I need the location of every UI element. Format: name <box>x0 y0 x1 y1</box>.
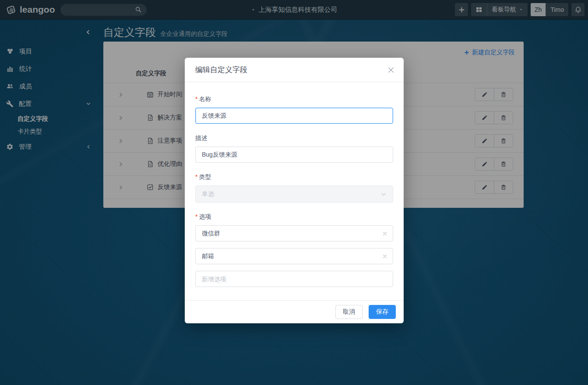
app-root: leangoo 上海享知信息科技有限公司 <box>0 0 588 385</box>
chevron-down-icon <box>380 191 387 197</box>
description-field-group: 描述 <box>195 134 393 163</box>
save-button[interactable]: 保存 <box>369 305 396 319</box>
remove-option-icon[interactable] <box>382 253 388 259</box>
type-field-group: 类型 单选 <box>195 173 393 203</box>
name-label: 名称 <box>195 95 393 103</box>
option-row <box>195 271 393 287</box>
name-field-group: 名称 <box>195 95 393 124</box>
option-input[interactable] <box>195 225 393 242</box>
remove-option-icon[interactable] <box>382 231 388 237</box>
close-icon[interactable] <box>387 66 395 74</box>
modal-body: 名称 描述 类型 单选 选项 <box>185 82 404 300</box>
cancel-button[interactable]: 取消 <box>335 305 363 319</box>
modal-header: 编辑自定义字段 <box>185 58 404 82</box>
edit-custom-field-modal: 编辑自定义字段 名称 描述 类型 单选 <box>185 58 404 323</box>
option-row <box>195 248 393 264</box>
option-row <box>195 225 393 242</box>
new-option-input[interactable] <box>195 271 393 287</box>
type-select-value: 单选 <box>202 190 214 198</box>
description-label: 描述 <box>195 134 393 142</box>
description-input[interactable] <box>195 147 393 163</box>
modal-title: 编辑自定义字段 <box>195 65 247 75</box>
modal-footer: 取消 保存 <box>185 300 404 323</box>
options-field-group: 选项 <box>195 213 393 287</box>
type-label: 类型 <box>195 173 393 181</box>
name-input[interactable] <box>195 108 393 124</box>
type-select: 单选 <box>195 186 393 203</box>
options-label: 选项 <box>195 213 393 221</box>
option-input[interactable] <box>195 248 393 264</box>
